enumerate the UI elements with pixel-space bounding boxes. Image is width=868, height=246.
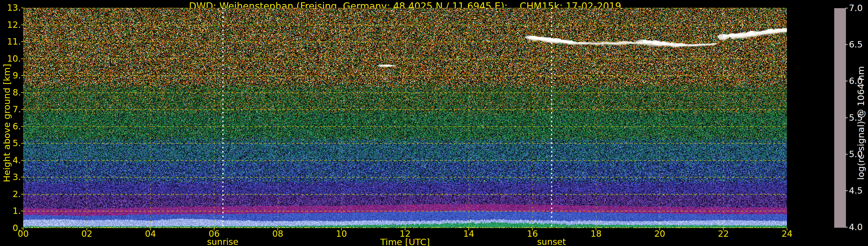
colorbar-title: log(rc-signal) @ 1064 nm <box>854 0 867 246</box>
colorbar-tickmark <box>845 44 848 45</box>
colorbar-tickmark <box>845 190 848 191</box>
y-tickmark <box>21 126 23 127</box>
ceilometer-quicklook: DWD: Weihenstephan (Freising, Germany; 4… <box>0 0 868 246</box>
y-tickmark <box>21 211 23 211</box>
heatmap-canvas <box>23 8 787 228</box>
colorbar-tickmark <box>845 81 848 81</box>
y-tickmark <box>21 41 23 42</box>
y-tickmark <box>21 25 23 25</box>
x-tickmark <box>341 228 342 230</box>
y-tick-label: 10. <box>2 54 21 63</box>
y-tick-label: 11. <box>2 37 21 46</box>
y-tick-label: 6. <box>2 122 21 131</box>
y-tickmark <box>21 143 23 144</box>
x-tickmark <box>87 228 87 230</box>
sunset-label: sunset <box>523 237 580 246</box>
y-tickmark <box>21 92 23 93</box>
x-tickmark <box>596 228 596 230</box>
y-tickmark <box>21 58 23 59</box>
x-axis-title: Time [UTC] <box>347 237 463 246</box>
y-tickmark <box>21 194 23 194</box>
y-tickmark <box>21 228 23 228</box>
x-tick-label: 18 <box>580 229 612 239</box>
y-tickmark <box>21 75 23 76</box>
y-tick-label: 1. <box>2 206 21 216</box>
y-tickmark <box>21 177 23 177</box>
x-tick-label: 20 <box>644 229 676 239</box>
x-tickmark <box>532 228 533 230</box>
y-tick-label: 12. <box>2 20 21 30</box>
x-tickmark <box>468 228 469 230</box>
y-tick-label: 3. <box>2 173 21 182</box>
x-tick-label: 04 <box>134 229 166 239</box>
x-tick-label: 02 <box>71 229 103 239</box>
x-tickmark <box>214 228 214 230</box>
x-tick-label: 00 <box>7 229 39 239</box>
y-tick-label: 2. <box>2 190 21 199</box>
colorbar-gradient <box>834 8 846 228</box>
x-tickmark <box>723 228 724 230</box>
y-tickmark <box>21 109 23 110</box>
x-tickmark <box>787 228 787 230</box>
colorbar-tickmark <box>845 227 848 227</box>
y-tick-label: 9. <box>2 71 21 80</box>
x-tickmark <box>150 228 151 230</box>
x-tick-label: 24 <box>771 229 803 239</box>
colorbar-tickmark <box>845 8 848 8</box>
x-tickmark <box>405 228 405 230</box>
x-tickmark <box>277 228 278 230</box>
sunrise-label: sunrise <box>194 237 252 246</box>
y-tick-label: 13. <box>2 3 21 12</box>
x-tickmark <box>23 228 24 230</box>
x-tick-label: 08 <box>262 229 294 239</box>
y-tick-label: 8. <box>2 88 21 97</box>
y-tickmark <box>21 160 23 161</box>
x-tickmark <box>659 228 660 230</box>
x-tick-label: 22 <box>707 229 739 239</box>
colorbar-tickmark <box>845 118 848 118</box>
y-tickmark <box>21 7 23 8</box>
colorbar-tickmark <box>845 154 848 155</box>
y-tick-label: 4. <box>2 156 21 165</box>
y-tick-label: 5. <box>2 139 21 148</box>
y-tick-label: 7. <box>2 105 21 114</box>
